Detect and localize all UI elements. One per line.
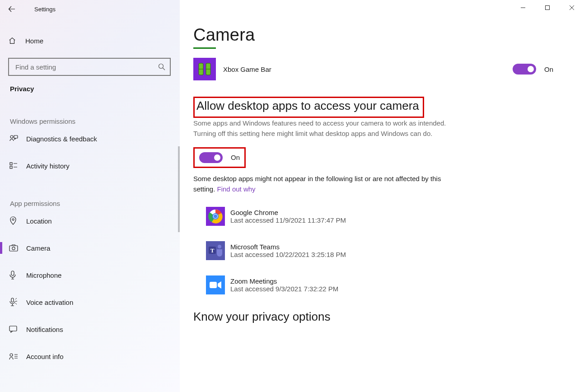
nav-label: Voice activation	[26, 299, 73, 306]
window-controls	[511, 0, 584, 15]
sidebar-item-notifications[interactable]: Notifications	[8, 320, 180, 338]
desktop-app-chrome: Google Chrome Last accessed 11/9/2021 11…	[206, 207, 570, 226]
app-name: Xbox Game Bar	[223, 65, 513, 73]
maximize-button[interactable]	[535, 0, 560, 15]
toggle-desktop-apps[interactable]: On	[199, 152, 240, 163]
svg-point-5	[12, 219, 14, 220]
maximize-icon	[545, 5, 550, 10]
desktop-app-lastaccessed: Last accessed 11/9/2021 11:37:47 PM	[230, 216, 346, 224]
desktop-apps-note: Some desktop apps might not appear in th…	[193, 173, 446, 195]
voice-icon	[9, 298, 26, 307]
svg-rect-3	[10, 163, 12, 165]
sidebar-item-voice-activation[interactable]: Voice activation	[8, 293, 180, 311]
desktop-app-name: Google Chrome	[230, 209, 346, 216]
notifications-icon	[9, 326, 26, 333]
sidebar: Settings Home Privacy Windows permission…	[0, 0, 180, 392]
search-input[interactable]	[14, 63, 158, 71]
find-out-why-link[interactable]: Find out why	[217, 185, 256, 193]
home-icon	[8, 37, 25, 45]
nav-label: Camera	[26, 244, 50, 252]
svg-rect-2	[14, 135, 18, 138]
sidebar-item-microphone[interactable]: Microphone	[8, 266, 180, 284]
svg-rect-8	[11, 271, 14, 275]
svg-point-11	[10, 354, 13, 356]
svg-point-0	[159, 64, 164, 69]
sidebar-item-activity-history[interactable]: Activity history	[8, 157, 180, 175]
toggle-xbox[interactable]: On	[513, 64, 553, 75]
zoom-icon	[206, 275, 225, 294]
svg-point-7	[12, 247, 15, 250]
close-icon	[569, 5, 575, 10]
svg-rect-13	[193, 58, 216, 80]
nav-label: Location	[26, 217, 52, 225]
main-content: Camera Xbox Game Bar On Allow desktop ap…	[180, 0, 584, 392]
svg-rect-12	[546, 6, 550, 10]
search-box[interactable]	[8, 58, 171, 76]
toggle-label: On	[544, 65, 553, 73]
desktop-app-teams: T Microsoft Teams Last accessed 10/22/20…	[206, 241, 570, 260]
sidebar-category-privacy: Privacy	[8, 85, 180, 93]
chrome-icon	[206, 207, 225, 226]
teams-icon: T	[206, 241, 225, 260]
svg-rect-4	[10, 166, 12, 168]
desktop-app-lastaccessed: Last accessed 10/22/2021 3:25:18 PM	[230, 251, 346, 258]
section-header-privacy-options: Know your privacy options	[193, 310, 570, 324]
svg-rect-6	[9, 246, 18, 251]
minimize-icon	[520, 5, 526, 10]
nav-label-home: Home	[25, 37, 43, 45]
toggle-switch	[199, 152, 223, 163]
group-app-permissions: App permissions	[8, 200, 180, 207]
svg-point-24	[218, 245, 221, 248]
svg-point-20	[214, 215, 217, 218]
activity-icon	[9, 162, 26, 170]
sidebar-item-camera[interactable]: Camera	[8, 239, 180, 257]
highlight-toggle: On	[193, 147, 246, 168]
desktop-app-lastaccessed: Last accessed 9/3/2021 7:32:22 PM	[230, 285, 338, 293]
svg-rect-26	[210, 282, 217, 288]
desktop-app-name: Microsoft Teams	[230, 243, 346, 251]
microphone-icon	[9, 271, 26, 280]
account-icon	[9, 353, 26, 360]
nav-label: Microphone	[26, 271, 61, 279]
arrow-left-icon	[8, 5, 15, 13]
camera-icon	[9, 244, 26, 252]
desktop-apps-list: Google Chrome Last accessed 11/9/2021 11…	[206, 207, 570, 294]
nav-label: Diagnostics & feedback	[26, 135, 97, 143]
search-icon	[158, 63, 165, 70]
svg-point-1	[10, 135, 13, 138]
feedback-icon	[9, 135, 26, 143]
nav-label: Account info	[26, 353, 64, 360]
group-windows-permissions: Windows permissions	[8, 117, 180, 125]
sidebar-home[interactable]: Home	[8, 32, 180, 50]
desktop-app-zoom: Zoom Meetings Last accessed 9/3/2021 7:3…	[206, 275, 570, 294]
minimize-button[interactable]	[511, 0, 535, 15]
back-button[interactable]	[8, 5, 26, 13]
section-header-desktop-apps: Allow desktop apps to access your camera	[196, 99, 419, 113]
svg-rect-9	[11, 298, 14, 302]
toggle-label: On	[231, 154, 240, 161]
page-title: Camera	[193, 25, 570, 45]
close-button[interactable]	[560, 0, 584, 15]
highlight-section-header: Allow desktop apps to access your camera	[193, 97, 424, 118]
toggle-switch	[513, 64, 536, 75]
window-title: Settings	[34, 6, 56, 13]
nav-label: Activity history	[26, 162, 70, 170]
svg-text:T: T	[210, 247, 215, 254]
titlebar: Settings	[0, 0, 180, 18]
uwp-app-row-xbox: Xbox Game Bar On	[193, 58, 570, 80]
section-description: Some apps and Windows features need to a…	[193, 118, 446, 139]
xbox-game-bar-icon	[193, 58, 216, 80]
nav-label: Notifications	[26, 326, 63, 333]
desktop-app-name: Zoom Meetings	[230, 277, 338, 285]
location-icon	[9, 216, 26, 225]
sidebar-item-location[interactable]: Location	[8, 212, 180, 230]
title-underline	[193, 47, 216, 49]
sidebar-item-diagnostics[interactable]: Diagnostics & feedback	[8, 130, 180, 148]
sidebar-item-account-info[interactable]: Account info	[8, 347, 180, 365]
svg-rect-10	[9, 326, 17, 331]
